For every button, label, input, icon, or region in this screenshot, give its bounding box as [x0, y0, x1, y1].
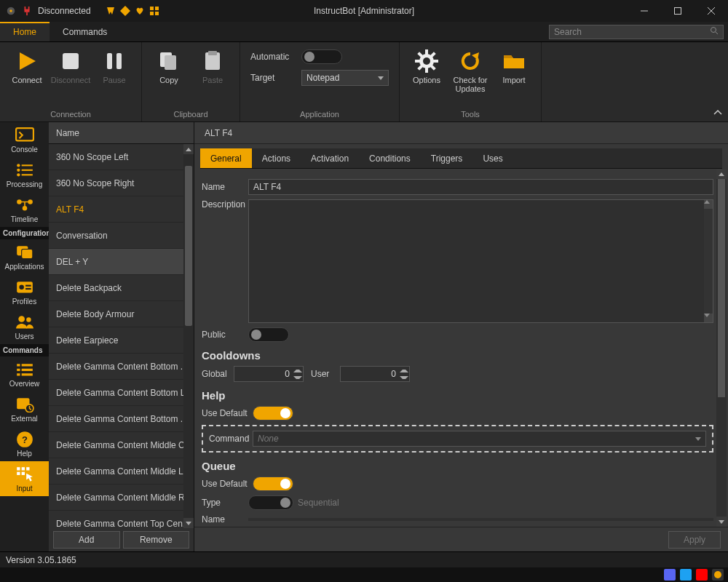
list-item[interactable]: 360 No Scope Right: [49, 170, 184, 196]
scroll-thumb[interactable]: [185, 166, 192, 326]
applications-icon: [15, 244, 34, 260]
connection-status: Disconnected: [38, 6, 91, 16]
list-item[interactable]: Delete Backpack: [49, 275, 184, 301]
nav-header-configuration: Configuration: [0, 227, 49, 239]
add-button[interactable]: Add: [53, 531, 120, 549]
tab-conditions[interactable]: Conditions: [359, 148, 421, 168]
nav-users[interactable]: Users: [0, 309, 49, 344]
list-item[interactable]: Conversation: [49, 223, 184, 249]
tab-actions[interactable]: Actions: [252, 148, 301, 168]
spin-up-icon[interactable]: [293, 367, 302, 374]
list-item[interactable]: ALT F4: [49, 196, 184, 223]
svg-rect-2: [25, 9, 30, 12]
global-spinner[interactable]: 0: [234, 366, 304, 382]
type-toggle[interactable]: [248, 495, 293, 510]
nav-processing[interactable]: Processing: [0, 157, 49, 192]
scroll-up-icon[interactable]: [183, 144, 194, 154]
svg-rect-47: [17, 373, 20, 375]
group-tools-label: Tools: [407, 107, 534, 120]
list-item[interactable]: Delete Gamma Content Bottom ...: [49, 406, 184, 432]
check-updates-button[interactable]: Check for Updates: [451, 47, 490, 93]
list-item[interactable]: DEL + Y: [49, 249, 184, 275]
nav-profiles[interactable]: Profiles: [0, 274, 49, 309]
textarea-scrollbar[interactable]: [704, 200, 713, 322]
detail-title: ALT F4: [194, 122, 728, 144]
ribbon-collapse-button[interactable]: [713, 107, 722, 117]
list-item[interactable]: 360 No Scope Left: [49, 144, 184, 170]
public-toggle[interactable]: [248, 327, 289, 342]
apply-button[interactable]: Apply: [668, 531, 721, 549]
options-button[interactable]: Options: [407, 47, 446, 84]
tab-triggers[interactable]: Triggers: [421, 148, 473, 168]
name-input[interactable]: ALT F4: [248, 179, 713, 195]
scroll-thumb[interactable]: [718, 179, 725, 397]
tray-twitter-icon[interactable]: [680, 569, 692, 581]
nav-timeline[interactable]: Timeline: [0, 192, 49, 227]
nav-input[interactable]: Input: [0, 461, 49, 496]
list-item[interactable]: Delete Gamma Content Bottom ...: [49, 354, 184, 380]
tab-commands[interactable]: Commands: [50, 22, 120, 41]
scroll-up-icon[interactable]: [716, 169, 727, 179]
paste-button: Paste: [193, 47, 232, 84]
list-item[interactable]: Delete Gamma Content Top Cen...: [49, 511, 184, 528]
nav-applications[interactable]: Applications: [0, 239, 49, 274]
minimize-button[interactable]: [628, 0, 661, 22]
command-dropdown[interactable]: None: [253, 431, 706, 447]
command-list[interactable]: 360 No Scope Left360 No Scope RightALT F…: [49, 144, 194, 528]
target-dropdown[interactable]: Notepad: [301, 70, 389, 86]
spin-down-icon[interactable]: [293, 374, 302, 380]
help-use-default-toggle[interactable]: [253, 406, 293, 420]
tray-youtube-icon[interactable]: [696, 569, 708, 581]
nav-external[interactable]: External: [0, 391, 49, 426]
global-value: 0: [285, 369, 290, 379]
svg-rect-48: [21, 373, 32, 375]
tab-activation[interactable]: Activation: [301, 148, 359, 168]
import-button[interactable]: Import: [494, 47, 534, 84]
spin-down-icon[interactable]: [400, 374, 408, 380]
description-input[interactable]: [248, 199, 713, 323]
copy-button[interactable]: Copy: [149, 47, 189, 84]
scroll-down-icon[interactable]: [716, 517, 727, 527]
search-input[interactable]: Search: [549, 25, 724, 39]
group-application-label: Application: [250, 107, 389, 120]
svg-point-42: [26, 318, 31, 322]
list-item[interactable]: Delete Body Armour: [49, 301, 184, 327]
queue-name-input[interactable]: [248, 518, 713, 521]
system-tray: [0, 567, 728, 582]
nav-help[interactable]: ? Help: [0, 426, 49, 461]
list-header[interactable]: Name: [49, 122, 194, 144]
help-header: Help: [202, 389, 713, 402]
tab-home[interactable]: Home: [0, 22, 50, 41]
maximize-button[interactable]: [661, 0, 695, 22]
tab-general[interactable]: General: [200, 148, 252, 168]
svg-point-59: [714, 571, 721, 578]
list-item[interactable]: Delete Earpiece: [49, 327, 184, 354]
nav-console[interactable]: Console: [0, 122, 49, 157]
disconnect-label: Disconnect: [51, 76, 90, 84]
detail-body: Name ALT F4 Description Public Cooldowns…: [194, 169, 728, 527]
console-icon: [15, 127, 34, 143]
automatic-toggle[interactable]: [301, 49, 342, 64]
detail-scrollbar[interactable]: [716, 169, 727, 527]
list-item[interactable]: Delete Gamma Content Middle Ri...: [49, 485, 184, 511]
tray-app-icon[interactable]: [712, 569, 724, 581]
svg-rect-40: [25, 288, 31, 290]
tray-discord-icon[interactable]: [664, 569, 676, 581]
queue-use-default-toggle[interactable]: [253, 477, 293, 491]
list-scrollbar[interactable]: [183, 144, 194, 528]
nav-help-label: Help: [17, 450, 32, 458]
close-button[interactable]: [695, 0, 728, 22]
global-label: Global: [202, 369, 234, 379]
play-icon: [15, 49, 39, 73]
list-item[interactable]: Delete Gamma Content Middle C...: [49, 432, 184, 458]
list-item[interactable]: Delete Gamma Content Middle L...: [49, 458, 184, 485]
connect-button[interactable]: Connect: [7, 47, 47, 84]
scroll-down-icon[interactable]: [183, 518, 194, 528]
nav-overview[interactable]: Overview: [0, 356, 49, 391]
list-item[interactable]: Delete Gamma Content Bottom L...: [49, 380, 184, 406]
user-spinner[interactable]: 0: [340, 366, 410, 382]
remove-button[interactable]: Remove: [123, 531, 190, 549]
spin-up-icon[interactable]: [400, 367, 408, 374]
svg-rect-5: [150, 7, 154, 10]
tab-uses[interactable]: Uses: [472, 148, 513, 168]
